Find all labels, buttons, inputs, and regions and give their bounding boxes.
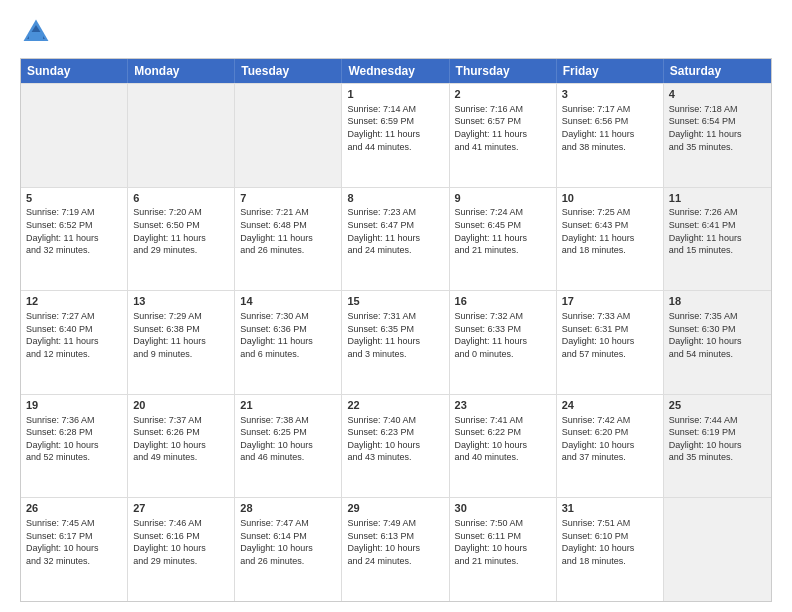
calendar-header-row: SundayMondayTuesdayWednesdayThursdayFrid… xyxy=(21,59,771,83)
cell-text: Sunrise: 7:45 AM Sunset: 6:17 PM Dayligh… xyxy=(26,517,122,567)
day-number: 2 xyxy=(455,87,551,102)
day-number: 27 xyxy=(133,501,229,516)
logo-icon xyxy=(20,16,52,48)
day-number: 20 xyxy=(133,398,229,413)
cal-cell-25: 25Sunrise: 7:44 AM Sunset: 6:19 PM Dayli… xyxy=(664,395,771,498)
day-number: 12 xyxy=(26,294,122,309)
day-number: 1 xyxy=(347,87,443,102)
cal-cell-8: 8Sunrise: 7:23 AM Sunset: 6:47 PM Daylig… xyxy=(342,188,449,291)
cell-text: Sunrise: 7:21 AM Sunset: 6:48 PM Dayligh… xyxy=(240,206,336,256)
cal-cell-1: 1Sunrise: 7:14 AM Sunset: 6:59 PM Daylig… xyxy=(342,84,449,187)
cell-text: Sunrise: 7:38 AM Sunset: 6:25 PM Dayligh… xyxy=(240,414,336,464)
cell-text: Sunrise: 7:40 AM Sunset: 6:23 PM Dayligh… xyxy=(347,414,443,464)
day-number: 22 xyxy=(347,398,443,413)
cal-cell-9: 9Sunrise: 7:24 AM Sunset: 6:45 PM Daylig… xyxy=(450,188,557,291)
cal-cell-29: 29Sunrise: 7:49 AM Sunset: 6:13 PM Dayli… xyxy=(342,498,449,601)
day-number: 29 xyxy=(347,501,443,516)
cell-text: Sunrise: 7:32 AM Sunset: 6:33 PM Dayligh… xyxy=(455,310,551,360)
cal-cell-18: 18Sunrise: 7:35 AM Sunset: 6:30 PM Dayli… xyxy=(664,291,771,394)
day-number: 30 xyxy=(455,501,551,516)
day-number: 26 xyxy=(26,501,122,516)
day-number: 25 xyxy=(669,398,766,413)
logo xyxy=(20,16,56,48)
cal-row-4: 26Sunrise: 7:45 AM Sunset: 6:17 PM Dayli… xyxy=(21,497,771,601)
cell-text: Sunrise: 7:24 AM Sunset: 6:45 PM Dayligh… xyxy=(455,206,551,256)
cal-row-3: 19Sunrise: 7:36 AM Sunset: 6:28 PM Dayli… xyxy=(21,394,771,498)
cell-text: Sunrise: 7:14 AM Sunset: 6:59 PM Dayligh… xyxy=(347,103,443,153)
cell-text: Sunrise: 7:26 AM Sunset: 6:41 PM Dayligh… xyxy=(669,206,766,256)
day-number: 4 xyxy=(669,87,766,102)
day-number: 18 xyxy=(669,294,766,309)
cal-cell-28: 28Sunrise: 7:47 AM Sunset: 6:14 PM Dayli… xyxy=(235,498,342,601)
cal-cell-empty-0-1 xyxy=(128,84,235,187)
day-number: 28 xyxy=(240,501,336,516)
cal-header-thursday: Thursday xyxy=(450,59,557,83)
cal-cell-13: 13Sunrise: 7:29 AM Sunset: 6:38 PM Dayli… xyxy=(128,291,235,394)
cell-text: Sunrise: 7:23 AM Sunset: 6:47 PM Dayligh… xyxy=(347,206,443,256)
cell-text: Sunrise: 7:18 AM Sunset: 6:54 PM Dayligh… xyxy=(669,103,766,153)
calendar: SundayMondayTuesdayWednesdayThursdayFrid… xyxy=(20,58,772,602)
cal-cell-15: 15Sunrise: 7:31 AM Sunset: 6:35 PM Dayli… xyxy=(342,291,449,394)
cal-cell-empty-4-6 xyxy=(664,498,771,601)
cal-header-saturday: Saturday xyxy=(664,59,771,83)
day-number: 15 xyxy=(347,294,443,309)
cal-header-monday: Monday xyxy=(128,59,235,83)
cal-cell-19: 19Sunrise: 7:36 AM Sunset: 6:28 PM Dayli… xyxy=(21,395,128,498)
cell-text: Sunrise: 7:25 AM Sunset: 6:43 PM Dayligh… xyxy=(562,206,658,256)
cell-text: Sunrise: 7:17 AM Sunset: 6:56 PM Dayligh… xyxy=(562,103,658,153)
cal-header-sunday: Sunday xyxy=(21,59,128,83)
day-number: 5 xyxy=(26,191,122,206)
day-number: 6 xyxy=(133,191,229,206)
cell-text: Sunrise: 7:46 AM Sunset: 6:16 PM Dayligh… xyxy=(133,517,229,567)
cell-text: Sunrise: 7:47 AM Sunset: 6:14 PM Dayligh… xyxy=(240,517,336,567)
cal-header-wednesday: Wednesday xyxy=(342,59,449,83)
cal-cell-27: 27Sunrise: 7:46 AM Sunset: 6:16 PM Dayli… xyxy=(128,498,235,601)
cell-text: Sunrise: 7:35 AM Sunset: 6:30 PM Dayligh… xyxy=(669,310,766,360)
day-number: 23 xyxy=(455,398,551,413)
cal-cell-31: 31Sunrise: 7:51 AM Sunset: 6:10 PM Dayli… xyxy=(557,498,664,601)
cal-cell-empty-0-2 xyxy=(235,84,342,187)
cell-text: Sunrise: 7:30 AM Sunset: 6:36 PM Dayligh… xyxy=(240,310,336,360)
day-number: 19 xyxy=(26,398,122,413)
svg-rect-2 xyxy=(29,32,43,41)
cell-text: Sunrise: 7:29 AM Sunset: 6:38 PM Dayligh… xyxy=(133,310,229,360)
cell-text: Sunrise: 7:42 AM Sunset: 6:20 PM Dayligh… xyxy=(562,414,658,464)
cal-cell-20: 20Sunrise: 7:37 AM Sunset: 6:26 PM Dayli… xyxy=(128,395,235,498)
cal-cell-23: 23Sunrise: 7:41 AM Sunset: 6:22 PM Dayli… xyxy=(450,395,557,498)
cell-text: Sunrise: 7:31 AM Sunset: 6:35 PM Dayligh… xyxy=(347,310,443,360)
cal-cell-2: 2Sunrise: 7:16 AM Sunset: 6:57 PM Daylig… xyxy=(450,84,557,187)
cal-cell-16: 16Sunrise: 7:32 AM Sunset: 6:33 PM Dayli… xyxy=(450,291,557,394)
day-number: 13 xyxy=(133,294,229,309)
day-number: 17 xyxy=(562,294,658,309)
cal-cell-6: 6Sunrise: 7:20 AM Sunset: 6:50 PM Daylig… xyxy=(128,188,235,291)
cal-cell-3: 3Sunrise: 7:17 AM Sunset: 6:56 PM Daylig… xyxy=(557,84,664,187)
day-number: 10 xyxy=(562,191,658,206)
cal-cell-7: 7Sunrise: 7:21 AM Sunset: 6:48 PM Daylig… xyxy=(235,188,342,291)
cal-row-2: 12Sunrise: 7:27 AM Sunset: 6:40 PM Dayli… xyxy=(21,290,771,394)
day-number: 9 xyxy=(455,191,551,206)
cal-row-0: 1Sunrise: 7:14 AM Sunset: 6:59 PM Daylig… xyxy=(21,83,771,187)
cell-text: Sunrise: 7:19 AM Sunset: 6:52 PM Dayligh… xyxy=(26,206,122,256)
cell-text: Sunrise: 7:36 AM Sunset: 6:28 PM Dayligh… xyxy=(26,414,122,464)
cal-cell-22: 22Sunrise: 7:40 AM Sunset: 6:23 PM Dayli… xyxy=(342,395,449,498)
cal-cell-14: 14Sunrise: 7:30 AM Sunset: 6:36 PM Dayli… xyxy=(235,291,342,394)
cell-text: Sunrise: 7:49 AM Sunset: 6:13 PM Dayligh… xyxy=(347,517,443,567)
header xyxy=(20,16,772,48)
cal-cell-21: 21Sunrise: 7:38 AM Sunset: 6:25 PM Dayli… xyxy=(235,395,342,498)
cal-cell-12: 12Sunrise: 7:27 AM Sunset: 6:40 PM Dayli… xyxy=(21,291,128,394)
cal-cell-17: 17Sunrise: 7:33 AM Sunset: 6:31 PM Dayli… xyxy=(557,291,664,394)
cell-text: Sunrise: 7:50 AM Sunset: 6:11 PM Dayligh… xyxy=(455,517,551,567)
day-number: 31 xyxy=(562,501,658,516)
cal-cell-26: 26Sunrise: 7:45 AM Sunset: 6:17 PM Dayli… xyxy=(21,498,128,601)
cal-cell-24: 24Sunrise: 7:42 AM Sunset: 6:20 PM Dayli… xyxy=(557,395,664,498)
cal-cell-5: 5Sunrise: 7:19 AM Sunset: 6:52 PM Daylig… xyxy=(21,188,128,291)
calendar-body: 1Sunrise: 7:14 AM Sunset: 6:59 PM Daylig… xyxy=(21,83,771,601)
cell-text: Sunrise: 7:27 AM Sunset: 6:40 PM Dayligh… xyxy=(26,310,122,360)
day-number: 16 xyxy=(455,294,551,309)
cell-text: Sunrise: 7:51 AM Sunset: 6:10 PM Dayligh… xyxy=(562,517,658,567)
day-number: 11 xyxy=(669,191,766,206)
cal-cell-30: 30Sunrise: 7:50 AM Sunset: 6:11 PM Dayli… xyxy=(450,498,557,601)
cell-text: Sunrise: 7:41 AM Sunset: 6:22 PM Dayligh… xyxy=(455,414,551,464)
cell-text: Sunrise: 7:37 AM Sunset: 6:26 PM Dayligh… xyxy=(133,414,229,464)
cell-text: Sunrise: 7:16 AM Sunset: 6:57 PM Dayligh… xyxy=(455,103,551,153)
